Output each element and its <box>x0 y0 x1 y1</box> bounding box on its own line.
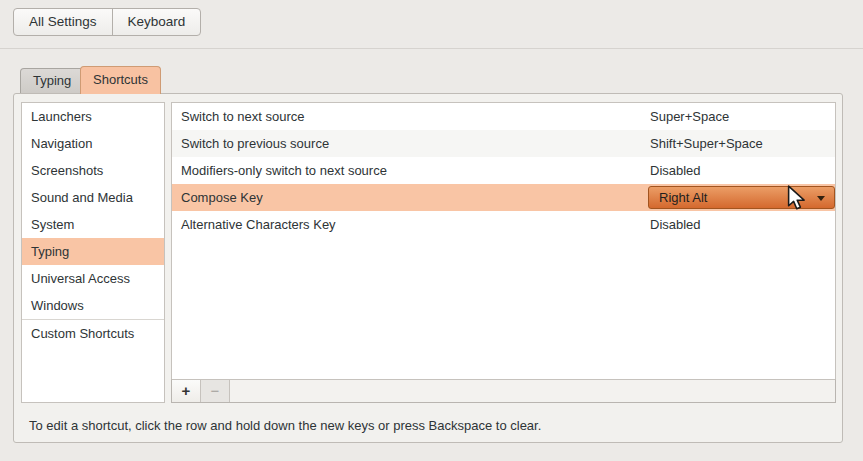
chevron-down-icon <box>817 196 825 201</box>
shortcut-name: Switch to next source <box>181 103 305 130</box>
shortcuts-panel: Launchers Navigation Screenshots Sound a… <box>13 93 843 443</box>
shortcut-row-compose-key[interactable]: Compose Key Right Alt <box>172 184 835 211</box>
shortcut-list-toolbar: + − <box>171 379 836 403</box>
shortcut-row-modifiers-only-switch[interactable]: Modifiers-only switch to next source Dis… <box>172 157 835 184</box>
shortcut-name: Alternative Characters Key <box>181 211 336 238</box>
sidebar-item-typing[interactable]: Typing <box>22 238 164 265</box>
shortcut-name: Compose Key <box>181 184 263 211</box>
breadcrumb: All Settings Keyboard <box>13 8 201 36</box>
shortcut-list: Switch to next source Super+Space Switch… <box>171 102 836 380</box>
sidebar-item-launchers[interactable]: Launchers <box>22 103 164 130</box>
shortcut-name: Modifiers-only switch to next source <box>181 157 387 184</box>
shortcut-value: Disabled <box>650 211 701 238</box>
shortcut-row-switch-previous-source[interactable]: Switch to previous source Shift+Super+Sp… <box>172 130 835 157</box>
sidebar-item-navigation[interactable]: Navigation <box>22 130 164 157</box>
compose-key-dropdown-value: Right Alt <box>649 190 707 205</box>
sidebar-item-windows[interactable]: Windows <box>22 292 164 319</box>
edit-shortcut-hint: To edit a shortcut, click the row and ho… <box>29 418 541 433</box>
shortcut-value: Super+Space <box>650 103 729 130</box>
sidebar-item-screenshots[interactable]: Screenshots <box>22 157 164 184</box>
header-separator <box>0 48 863 49</box>
tab-typing[interactable]: Typing <box>20 68 84 93</box>
keyboard-settings-window: All Settings Keyboard Typing Shortcuts L… <box>0 0 863 461</box>
sidebar-item-universal-access[interactable]: Universal Access <box>22 265 164 292</box>
category-list: Launchers Navigation Screenshots Sound a… <box>21 102 165 403</box>
tab-shortcuts[interactable]: Shortcuts <box>80 66 161 94</box>
shortcut-row-alternative-characters-key[interactable]: Alternative Characters Key Disabled <box>172 211 835 238</box>
sidebar-item-sound-and-media[interactable]: Sound and Media <box>22 184 164 211</box>
shortcut-value: Disabled <box>650 157 701 184</box>
sidebar-item-custom-shortcuts[interactable]: Custom Shortcuts <box>22 320 164 347</box>
shortcut-value: Shift+Super+Space <box>650 130 763 157</box>
compose-key-dropdown[interactable]: Right Alt <box>648 186 835 209</box>
all-settings-button[interactable]: All Settings <box>14 9 112 35</box>
keyboard-button[interactable]: Keyboard <box>112 9 201 35</box>
remove-shortcut-button[interactable]: − <box>201 380 230 402</box>
add-shortcut-button[interactable]: + <box>172 380 201 402</box>
shortcut-name: Switch to previous source <box>181 130 329 157</box>
shortcut-row-switch-next-source[interactable]: Switch to next source Super+Space <box>172 103 835 130</box>
sidebar-item-system[interactable]: System <box>22 211 164 238</box>
